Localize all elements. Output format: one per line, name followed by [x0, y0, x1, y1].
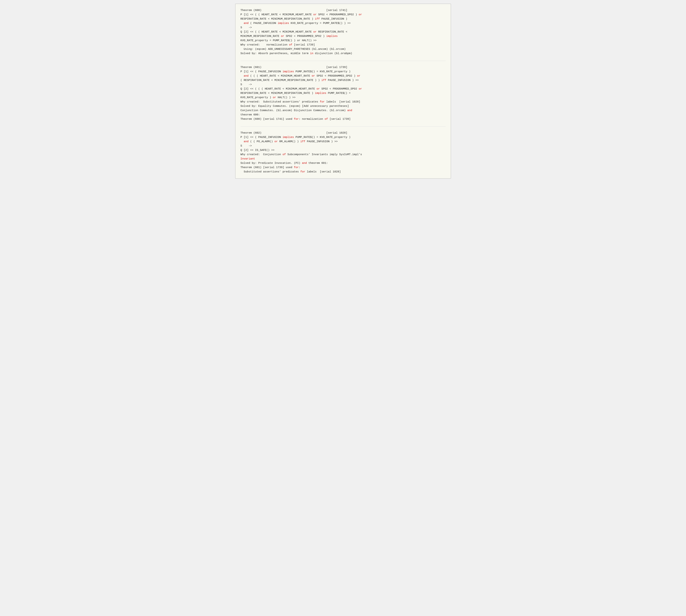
theorem-602-line-2: S -> — [240, 144, 446, 148]
theorem-600-line-3: S -> — [240, 25, 446, 30]
theorem-601-line-10: theorem 600: — [240, 113, 446, 117]
main-container: Theorem (600) [serial 1741]P [1] << ( ( … — [235, 4, 451, 179]
theorem-602-line-7: Theorem (601) [serial 1739] used for: — [240, 166, 446, 170]
theorem-602-line-6: Solved by: Predicate Invocation. (PI) an… — [240, 161, 446, 166]
theorem-601-line-9: Conjunction Commutes. (bl.ancom) Disjunc… — [240, 108, 446, 113]
theorem-601-line-6: KVO_RATE_property ) or HALT() ) >> — [240, 95, 446, 100]
theorem-600-line-4: Q [2] << ( ( HEART_RATE < MINIMUM_HEART_… — [240, 30, 446, 34]
theorem-600-line-7: Why created: normalization of [serial 17… — [240, 43, 446, 47]
theorem-600-line-1: RESPIRATION_RATE < MINIMUM_RESPIRATION_R… — [240, 17, 446, 21]
theorem-600-line-2: and ( PAUSE_INFUSION implies KVO_RATE_pr… — [240, 21, 446, 25]
theorem-601-line-4: Q [2] << ( ( ( HEART_RATE < MINIMUM_HEAR… — [240, 87, 446, 91]
theorem-600-line-6: KVO_RATE_property = PUMP_RATE$() ) or HA… — [240, 39, 446, 43]
theorem-601-line-7: Why created: Substituted assertions' pre… — [240, 100, 446, 104]
theorem-601-header: Theorem (601) [serial 1739] — [240, 65, 446, 70]
theorem-601-line-1: and ( ( ( HEART_RATE < MINIMUM_HEART_RAT… — [240, 74, 446, 78]
theorem-divider — [240, 126, 446, 127]
theorem-602-header: Theorem (602) [serial 1028] — [240, 131, 446, 135]
theorem-601-line-0: P [1] << ( PAUSE_INFUSION implies PUMP_R… — [240, 70, 446, 74]
theorem-600-line-8: Using: (eqcom) ADD_UNNECESSARY_PARETHESE… — [240, 47, 446, 51]
theorem-602-line-8: Substituted assertions' predicates for l… — [240, 170, 446, 174]
theorem-602-line-5: Invariant — [240, 157, 446, 161]
theorem-600: Theorem (600) [serial 1741]P [1] << ( ( … — [240, 8, 446, 56]
theorem-600-line-5: MINIMUM_RESPIRATION_RATE or SPO2 < PROGR… — [240, 34, 446, 39]
theorem-601-line-5: RESPIRATION_RATE < MINIMUM_RESPIRATION_R… — [240, 91, 446, 95]
theorem-602-line-3: Q [2] << IS_SAFE() >> — [240, 148, 446, 152]
theorem-601-line-3: S -> — [240, 83, 446, 87]
theorem-600-line-0: P [1] << ( ( HEART_RATE < MINIMUM_HEART_… — [240, 13, 446, 17]
theorem-601-line-11: Theorem (600) [serial 1741] used for: no… — [240, 117, 446, 122]
theorem-601: Theorem (601) [serial 1739]P [1] << ( PA… — [240, 65, 446, 122]
theorem-601-line-2: ( RESPIRATION_RATE < MINIMUM_RESPIRATION… — [240, 78, 446, 83]
theorem-600-line-9: Solved by: Absorb parentheses, middle te… — [240, 51, 446, 56]
theorem-602: Theorem (602) [serial 1028]P [1] << ( PA… — [240, 131, 446, 174]
theorem-602-line-1: and ( ( PO_ALARM() or RM_ALARM() ) iff P… — [240, 139, 446, 144]
theorem-601-line-8: Solved by: Equality Commutes. (eqcom) [A… — [240, 104, 446, 108]
theorem-602-line-4: Why created: Conjunction of Subcomponent… — [240, 152, 446, 157]
theorem-600-header: Theorem (600) [serial 1741] — [240, 8, 446, 13]
theorem-602-line-0: P [1] << ( PAUSE_INFUSION implies PUMP_R… — [240, 135, 446, 139]
